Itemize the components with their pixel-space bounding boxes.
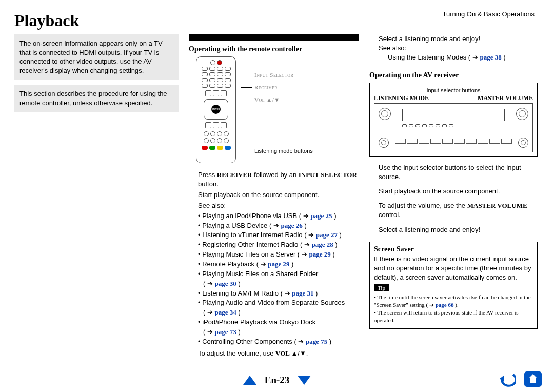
- back-icon[interactable]: [499, 371, 516, 387]
- page-link-66[interactable]: page 66: [436, 302, 454, 308]
- ref-item: • Playing Music Files on a Shared Folder…: [198, 269, 359, 289]
- ref-item: • Controlling Other Components ( ➔ page …: [198, 337, 359, 347]
- page-link[interactable]: page 31: [292, 289, 313, 297]
- page-link[interactable]: page 26: [281, 222, 303, 229]
- page-link[interactable]: page 75: [306, 338, 327, 345]
- see-also-right: See also:: [379, 44, 538, 53]
- note-procedure: This section describes the procedure for…: [14, 85, 179, 112]
- av-steps: Use the input selector buttons to select…: [369, 163, 538, 234]
- next-page-button[interactable]: [298, 376, 311, 385]
- section-separator: [369, 66, 538, 66]
- heading-av-receiver: Operating on the AV receiver: [369, 71, 538, 80]
- av-top-caption: Input selector buttons: [374, 87, 533, 93]
- page-link[interactable]: page 28: [312, 241, 333, 248]
- note-hdmi: The on-screen information appears only o…: [14, 34, 179, 80]
- page-link[interactable]: page 34: [215, 308, 236, 316]
- page-link-38[interactable]: page 38: [480, 53, 501, 61]
- select-mode: Select a listening mode and enjoy!: [379, 34, 538, 44]
- breadcrumb: Turning On & Basic Operations: [443, 10, 535, 18]
- screensaver-heading: Screen Saver: [374, 245, 533, 253]
- av-receiver-figure: Input selector buttons LISTENING MODE MA…: [369, 83, 538, 157]
- section-divider: [189, 34, 359, 41]
- ref-item: • Remote Playback ( ➔ page 29 ): [198, 260, 359, 269]
- ref-item: • Playing Audio and Video from Separate …: [198, 298, 359, 318]
- heading-remote: Operating with the remote controller: [189, 45, 359, 53]
- label-listening-mode: LISTENING MODE: [374, 94, 429, 102]
- prev-page-button[interactable]: [243, 376, 256, 385]
- callout-receiver: Receiver: [254, 84, 278, 90]
- tip-badge: Tip: [374, 284, 389, 291]
- ref-item: • Playing a USB Device ( ➔ page 26 ): [198, 221, 359, 231]
- page-link[interactable]: page 30: [215, 280, 236, 287]
- home-icon[interactable]: [524, 371, 542, 387]
- callout-input-selector: Input Selector: [254, 72, 293, 78]
- ref-item: • Registering Other Internet Radio ( ➔ p…: [198, 240, 359, 250]
- page-number: En-23: [265, 375, 290, 386]
- callout-listening-mode: Listening mode buttons: [254, 148, 313, 154]
- page-link[interactable]: page 29: [309, 250, 330, 258]
- remote-steps: Press RECEIVER followed by an INPUT SELE…: [189, 170, 359, 358]
- remote-illustration: ENTER Input Selector Receiver Vol ▲/▼ Li…: [196, 56, 359, 163]
- page-link[interactable]: page 25: [310, 212, 332, 220]
- ref-item: • Playing an iPod/iPhone via USB ( ➔ pag…: [198, 211, 359, 221]
- callout-vol: Vol ▲/▼: [254, 96, 280, 103]
- ref-item: • Playing Music Files on a Server ( ➔ pa…: [198, 250, 359, 260]
- page-link[interactable]: page 29: [268, 260, 289, 268]
- listening-modes-text: Using the Listening Modes: [388, 53, 466, 61]
- label-master-volume: MASTER VOLUME: [478, 94, 533, 102]
- screensaver-box: Screen Saver If there is no video signal…: [369, 242, 538, 329]
- ref-item: • Listening to vTuner Internet Radio ( ➔…: [198, 230, 359, 240]
- ref-item: • Listening to AM/FM Radio ( ➔ page 31 ): [198, 289, 359, 299]
- page-link[interactable]: page 27: [316, 231, 338, 239]
- ref-item: • iPod/iPhone Playback via Onkyo Dock ( …: [198, 318, 359, 337]
- page-link[interactable]: page 73: [215, 328, 236, 336]
- tip-content: • The time until the screen saver activa…: [374, 293, 533, 324]
- screensaver-body: If there is no video signal on the curre…: [374, 254, 533, 283]
